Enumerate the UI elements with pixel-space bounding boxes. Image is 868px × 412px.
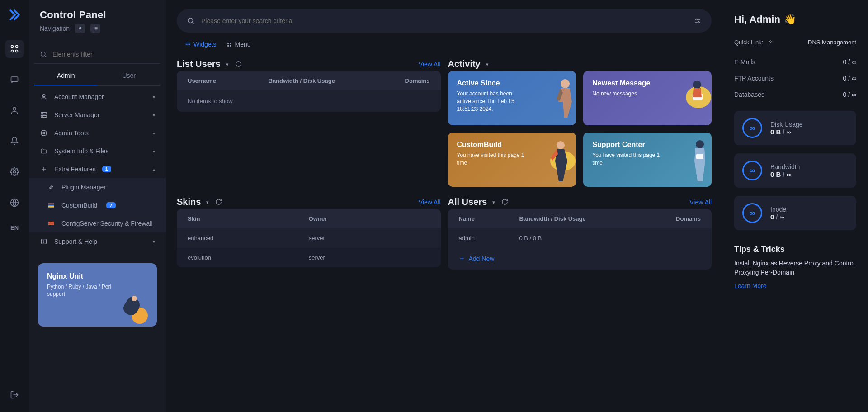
svg-point-36: [132, 296, 137, 301]
rail-notifications-icon[interactable]: [5, 132, 24, 150]
refresh-icon[interactable]: [215, 199, 222, 205]
card-text: Your account has been active since Thu F…: [457, 90, 525, 113]
chevron-down-icon: ▾: [153, 239, 155, 244]
user-icon: [40, 93, 48, 100]
chevron-down-icon[interactable]: ▾: [492, 199, 495, 205]
all-users-table: Name Bandwidth / Disk Usage Domains admi…: [448, 209, 712, 270]
sidebar-subitem-plugin-manager[interactable]: Plugin Manager: [29, 178, 166, 196]
card-illustration: [678, 75, 712, 120]
badge: 7: [106, 202, 115, 208]
svg-point-13: [94, 29, 94, 30]
sidebar-item-label: Support & Help: [54, 238, 97, 245]
page-title: Control Panel: [40, 9, 155, 21]
search-input[interactable]: [201, 17, 687, 24]
rail-dashboard-icon[interactable]: [5, 40, 24, 58]
card-text: You have visited this page 1 time: [457, 152, 525, 167]
col-bwdu: Bandwidth / Disk Usage: [519, 215, 625, 222]
firewall-icon: [47, 220, 55, 227]
svg-rect-51: [227, 45, 229, 47]
cell-bwdu: 0 B / 0 B: [519, 235, 625, 242]
pin-icon[interactable]: [75, 24, 85, 33]
sidebar-item-admin-tools[interactable]: Admin Tools ▾: [29, 124, 166, 142]
cell-domains: [625, 235, 701, 242]
section-title-skins: Skins: [177, 197, 201, 207]
meter-max: ∞: [787, 128, 791, 136]
learn-more-link[interactable]: Learn More: [734, 282, 767, 289]
card-newest-message[interactable]: Newest Message No new messages: [583, 71, 712, 125]
col-bwdu: Bandwidth / Disk Usage: [269, 77, 349, 84]
rail-globe-icon[interactable]: [5, 194, 24, 212]
svg-point-2: [11, 50, 14, 52]
tips-text: Install Nginx as Reverse Proxy and Contr…: [734, 259, 856, 277]
sidebar-item-account-manager[interactable]: Account Manager ▾: [29, 88, 166, 106]
right-panel: Hi, Admin 👋 Quick Link: DNS Management E…: [722, 0, 868, 412]
sidebar-item-server-manager[interactable]: Server Manager ▾: [29, 106, 166, 124]
promo-text: Python / Ruby / Java / Perl support: [47, 283, 113, 298]
svg-rect-48: [189, 44, 190, 45]
add-new-label: Add New: [469, 255, 495, 262]
refresh-icon[interactable]: [501, 199, 508, 205]
sliders-icon[interactable]: [693, 17, 702, 25]
sidebar-subitem-csf[interactable]: ConfigServer Security & Firewall: [29, 214, 166, 232]
promo-title: Nginx Unit: [47, 272, 148, 280]
sidebar-subitem-custombuild[interactable]: CustomBuild 7: [29, 196, 166, 214]
svg-line-15: [45, 56, 46, 57]
table-row[interactable]: admin 0 B / 0 B: [448, 228, 712, 248]
refresh-icon[interactable]: [235, 61, 242, 67]
folder-icon: [40, 147, 48, 155]
tab-user[interactable]: User: [98, 66, 161, 85]
menu-link[interactable]: Menu: [226, 41, 251, 48]
sidebar-item-extra-features[interactable]: Extra Features 1 ▴: [29, 160, 166, 178]
svg-rect-60: [696, 154, 703, 159]
stat-databases: Databases 0 / ∞: [734, 86, 856, 103]
meter-value: 0 B: [770, 170, 781, 178]
elements-filter-input[interactable]: [34, 45, 160, 63]
view-all-list-users[interactable]: View All: [419, 61, 441, 68]
add-new-button[interactable]: Add New: [448, 248, 712, 270]
svg-rect-43: [186, 43, 187, 43]
rail-language[interactable]: EN: [10, 224, 19, 231]
sidebar-item-system-info[interactable]: System Info & Files ▾: [29, 142, 166, 160]
elements-filter[interactable]: [34, 45, 160, 64]
pencil-icon[interactable]: [767, 40, 772, 45]
view-all-skins[interactable]: View All: [419, 199, 441, 206]
chevron-down-icon[interactable]: ▾: [226, 62, 229, 67]
view-all-users[interactable]: View All: [689, 199, 712, 206]
rail-messages-icon[interactable]: [5, 71, 24, 89]
sidebar-item-support-help[interactable]: Support & Help ▾: [29, 232, 166, 251]
card-custombuild[interactable]: CustomBuild You have visited this page 1…: [448, 133, 576, 187]
section-title-activity: Activity: [448, 59, 481, 69]
widgets-link[interactable]: Widgets: [185, 41, 217, 48]
table-row[interactable]: evolution server: [177, 248, 441, 267]
nav-subtitle: Navigation: [40, 25, 70, 32]
card-support-center[interactable]: Support Center You have visited this pag…: [583, 133, 712, 187]
quick-link-value[interactable]: DNS Management: [808, 39, 856, 46]
svg-rect-25: [48, 203, 54, 204]
stack-icon: [47, 202, 55, 209]
chevron-down-icon: ▾: [153, 149, 155, 154]
col-skin: Skin: [188, 215, 309, 222]
rail-logout-icon[interactable]: [5, 386, 24, 404]
chevron-down-icon[interactable]: ▾: [206, 199, 209, 205]
svg-point-34: [44, 242, 44, 243]
svg-point-59: [696, 140, 704, 148]
rail-user-icon[interactable]: [5, 101, 24, 119]
table-row[interactable]: enhanced server: [177, 228, 441, 248]
card-active-since[interactable]: Active Since Your account has been activ…: [448, 71, 576, 125]
infinity-icon: ∞: [742, 118, 762, 138]
svg-rect-50: [230, 43, 231, 44]
tab-admin[interactable]: Admin: [34, 66, 98, 85]
search-bar[interactable]: [177, 9, 712, 33]
plus-icon: [40, 166, 48, 173]
sidebar-item-label: System Info & Files: [54, 147, 109, 155]
search-icon: [40, 51, 47, 58]
wave-icon: 👋: [784, 14, 796, 25]
chevron-down-icon[interactable]: ▾: [486, 62, 489, 67]
svg-point-22: [41, 130, 47, 136]
svg-point-20: [42, 116, 42, 117]
rail-settings-icon[interactable]: [5, 163, 24, 181]
list-icon[interactable]: [90, 24, 100, 33]
svg-point-55: [693, 81, 701, 89]
stat-ftp: FTP Accounts 0 / ∞: [734, 70, 856, 86]
promo-card[interactable]: Nginx Unit Python / Ruby / Java / Perl s…: [38, 263, 157, 327]
